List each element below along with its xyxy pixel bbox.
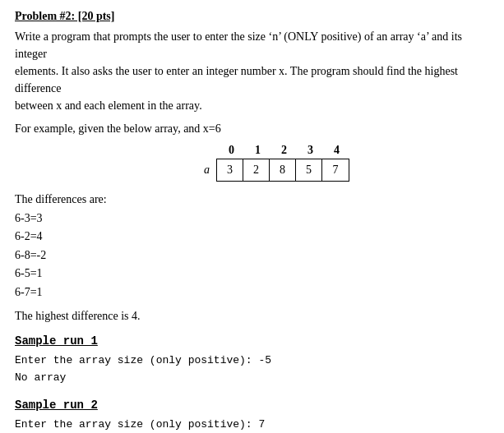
description-line3: between x and each element in the array. [15, 99, 202, 112]
problem-description: Write a program that prompts the user to… [15, 28, 489, 114]
diff-line-2: 6-8=-2 [15, 246, 489, 265]
array-cell-4: 7 [322, 159, 349, 181]
array-label: a [204, 164, 210, 177]
index-4: 4 [324, 144, 350, 157]
diff-line-0: 6-3=3 [15, 210, 489, 228]
array-cell-0: 3 [217, 159, 243, 181]
differences-label: The differences are: [15, 193, 489, 206]
diff-line-3: 6-5=1 [15, 265, 489, 283]
array-display: 0 1 2 3 4 a 3 2 8 5 7 [64, 144, 489, 182]
index-1: 1 [245, 144, 271, 157]
problem-title: Problem #2: [20 pts] [15, 10, 489, 23]
array-cell-3: 5 [296, 159, 322, 181]
index-3: 3 [298, 144, 324, 157]
sample-run-1-title: Sample run 1 [15, 334, 489, 348]
description-line2: elements. It also asks the user to enter… [15, 65, 458, 94]
diff-line-1: 6-2=4 [15, 228, 489, 246]
problem-container: Problem #2: [20 pts] Write a program tha… [15, 10, 489, 433]
array-row: a 3 2 8 5 7 [204, 159, 349, 182]
sample-run-2-content: Enter the array size (only positive): 7 … [15, 417, 489, 433]
example-intro: For example, given the below array, and … [15, 122, 489, 136]
sample-run-2-section: Sample run 2 Enter the array size (only … [15, 398, 489, 433]
array-cell-1: 2 [243, 159, 270, 181]
diff-line-4: 6-7=1 [15, 283, 489, 302]
sample-run-1-content: Enter the array size (only positive): -5… [15, 352, 489, 387]
index-0: 0 [219, 144, 245, 157]
sample-run-1-section: Sample run 1 Enter the array size (only … [15, 334, 489, 387]
index-2: 2 [271, 144, 298, 157]
description-line1: Write a program that prompts the user to… [15, 30, 462, 60]
sample-run-2-title: Sample run 2 [15, 398, 489, 412]
differences-section: The differences are: 6-3=3 6-2=4 6-8=-2 … [15, 193, 489, 302]
highest-diff-text: The highest difference is 4. [15, 310, 489, 323]
array-cells: 3 2 8 5 7 [216, 159, 349, 182]
array-cell-2: 8 [270, 159, 296, 181]
array-indices: 0 1 2 3 4 [219, 144, 350, 157]
